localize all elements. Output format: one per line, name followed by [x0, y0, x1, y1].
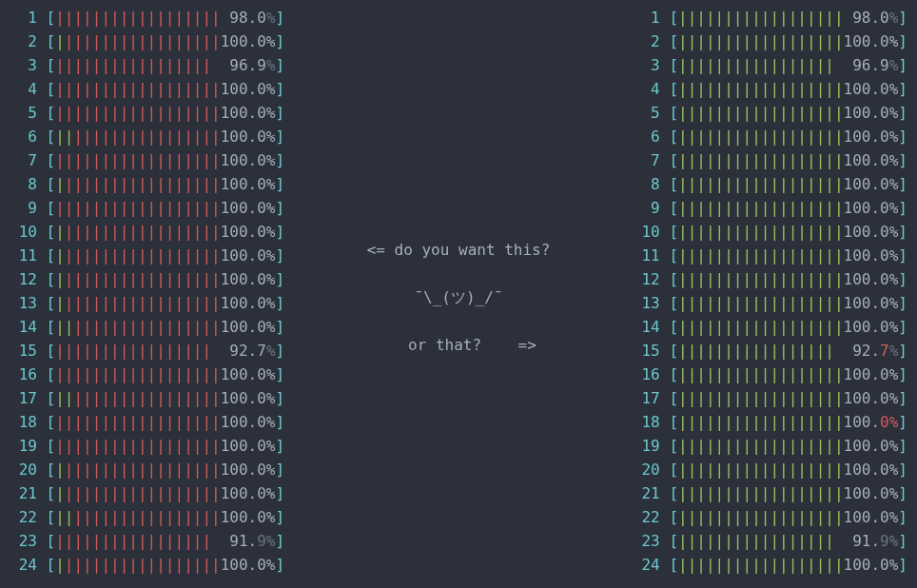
- percent-value: 100.0%: [221, 148, 276, 172]
- core-number: 19: [633, 434, 660, 458]
- percent-value: 100.0%: [844, 363, 899, 386]
- cpu-meter-row: 15 [||||||||||||||||| 92.7%]: [10, 339, 284, 363]
- percent-value: 100.0%: [844, 29, 899, 53]
- cpu-meter-row: 1 [|||||||||||||||||| 98.0%]: [633, 6, 907, 29]
- percent-value: 100.0%: [221, 267, 276, 291]
- bar-fill: ||||||||||||||||||: [678, 363, 844, 386]
- bracket-close: ]: [276, 339, 285, 363]
- cpu-meter-row: 16 [||||||||||||||||||100.0%]: [10, 363, 284, 386]
- cpu-meter-row: 9 [||||||||||||||||||100.0%]: [10, 196, 284, 220]
- percent-value: 92.7%: [844, 339, 899, 363]
- bar-fill: ||||||||||||||||||: [678, 77, 844, 101]
- core-number: 18: [10, 410, 37, 434]
- percent-value: 100.0%: [221, 386, 276, 410]
- core-number: 16: [633, 363, 660, 386]
- bar-fill: ||||||||||||||||||: [678, 220, 844, 244]
- cpu-meter-row: 19 [||||||||||||||||||100.0%]: [633, 434, 907, 458]
- bracket-close: ]: [276, 386, 285, 410]
- bracket-close: ]: [276, 172, 285, 196]
- cpu-meter-row: 12 [||||||||||||||||||100.0%]: [633, 267, 907, 291]
- core-number: 5: [10, 101, 37, 125]
- bracket-close: ]: [898, 363, 907, 386]
- percent-value: 100.0%: [844, 101, 899, 125]
- core-number: 6: [10, 125, 37, 148]
- bar-fill: ||||||||||||||||||: [55, 29, 221, 53]
- core-number: 22: [10, 505, 37, 529]
- bracket-close: ]: [276, 53, 285, 77]
- core-number: 2: [10, 29, 37, 53]
- bar-fill: |||||||||||||||||: [55, 529, 221, 553]
- bracket-close: ]: [276, 505, 285, 529]
- cpu-meter-row: 8 [||||||||||||||||||100.0%]: [633, 172, 907, 196]
- caption-that: or that? =>: [380, 333, 537, 357]
- bracket-open: [: [47, 315, 56, 339]
- core-number: 17: [10, 386, 37, 410]
- percent-value: 100.0%: [221, 196, 276, 220]
- cpu-meter-row: 17 [||||||||||||||||||100.0%]: [10, 386, 284, 410]
- bracket-open: [: [47, 434, 56, 458]
- percent-value: 100.0%: [844, 196, 899, 220]
- bracket-open: [: [47, 481, 56, 505]
- bar-fill: ||||||||||||||||||: [678, 553, 844, 577]
- cpu-meter-row: 5 [||||||||||||||||||100.0%]: [10, 101, 284, 125]
- percent-value: 100.0%: [844, 410, 899, 434]
- bracket-open: [: [669, 125, 678, 148]
- percent-value: 100.0%: [844, 77, 899, 101]
- bar-fill: ||||||||||||||||||: [55, 410, 221, 434]
- bracket-close: ]: [276, 77, 285, 101]
- bracket-open: [: [47, 244, 56, 267]
- percent-value: 100.0%: [221, 505, 276, 529]
- percent-value: 98.0%: [844, 6, 899, 29]
- bar-fill: ||||||||||||||||||: [678, 267, 844, 291]
- bracket-open: [: [47, 339, 56, 363]
- bracket-close: ]: [898, 53, 907, 77]
- percent-value: 96.9%: [221, 53, 276, 77]
- cpu-meter-row: 13 [||||||||||||||||||100.0%]: [10, 291, 284, 315]
- cpu-meter-row: 1 [|||||||||||||||||| 98.0%]: [10, 6, 284, 29]
- bracket-close: ]: [276, 267, 285, 291]
- bracket-close: ]: [276, 363, 285, 386]
- percent-value: 100.0%: [844, 505, 899, 529]
- bracket-open: [: [47, 267, 56, 291]
- core-number: 20: [633, 458, 660, 481]
- percent-value: 92.7%: [221, 339, 276, 363]
- bracket-close: ]: [898, 386, 907, 410]
- bar-fill: ||||||||||||||||||: [55, 481, 221, 505]
- bracket-close: ]: [276, 529, 285, 553]
- core-number: 14: [10, 315, 37, 339]
- bar-fill: ||||||||||||||||||: [55, 172, 221, 196]
- bracket-open: [: [669, 220, 678, 244]
- bar-fill: ||||||||||||||||||: [55, 386, 221, 410]
- bar-fill: ||||||||||||||||||: [678, 29, 844, 53]
- percent-value: 100.0%: [844, 148, 899, 172]
- bracket-open: [: [47, 125, 56, 148]
- percent-value: 100.0%: [844, 434, 899, 458]
- percent-value: 100.0%: [221, 125, 276, 148]
- core-number: 9: [10, 196, 37, 220]
- core-number: 18: [633, 410, 660, 434]
- bracket-open: [: [47, 386, 56, 410]
- bracket-close: ]: [898, 291, 907, 315]
- cpu-meters-left: 1 [|||||||||||||||||| 98.0%] 2 [||||||||…: [10, 6, 284, 577]
- core-number: 22: [633, 505, 660, 529]
- cpu-meter-row: 6 [||||||||||||||||||100.0%]: [633, 125, 907, 148]
- bracket-open: [: [669, 553, 678, 577]
- cpu-meter-row: 5 [||||||||||||||||||100.0%]: [633, 101, 907, 125]
- core-number: 4: [10, 77, 37, 101]
- bracket-close: ]: [276, 291, 285, 315]
- cpu-meter-row: 11 [||||||||||||||||||100.0%]: [10, 244, 284, 267]
- bracket-close: ]: [898, 315, 907, 339]
- bracket-close: ]: [898, 339, 907, 363]
- bracket-close: ]: [276, 148, 285, 172]
- bar-fill: ||||||||||||||||||: [55, 101, 221, 125]
- bracket-close: ]: [276, 244, 285, 267]
- percent-value: 100.0%: [844, 386, 899, 410]
- percent-value: 100.0%: [844, 315, 899, 339]
- bracket-open: [: [669, 244, 678, 267]
- cpu-meter-row: 15 [||||||||||||||||| 92.7%]: [633, 339, 907, 363]
- core-number: 13: [633, 291, 660, 315]
- percent-value: 100.0%: [221, 315, 276, 339]
- core-number: 23: [633, 529, 660, 553]
- bar-fill: ||||||||||||||||||: [55, 291, 221, 315]
- cpu-meter-row: 17 [||||||||||||||||||100.0%]: [633, 386, 907, 410]
